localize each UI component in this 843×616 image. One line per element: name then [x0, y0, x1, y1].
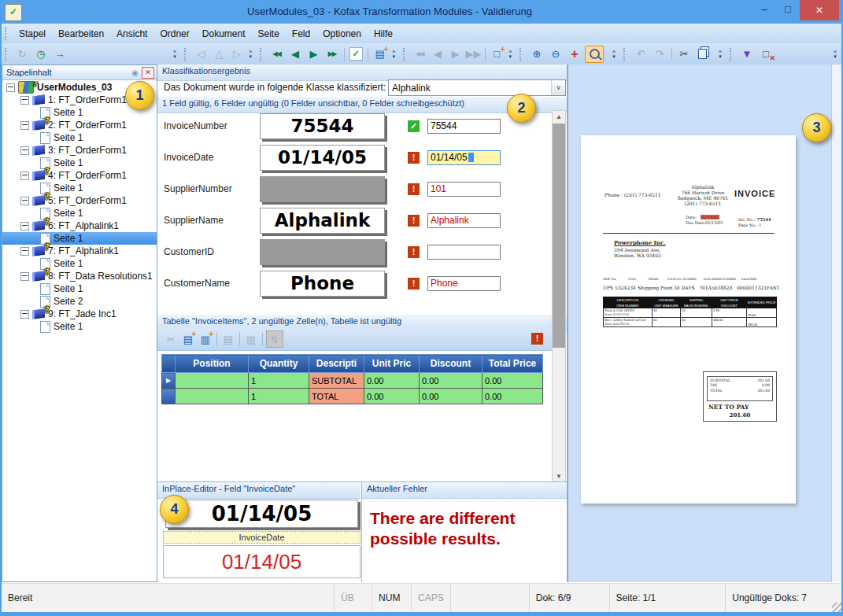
field-input-suppliernumber[interactable]: 101 — [427, 182, 501, 197]
collapse-icon[interactable] — [20, 272, 29, 281]
toolbar-overflow-icon[interactable]: » ▾ — [715, 50, 725, 59]
previous-page-icon[interactable]: ◀ — [430, 46, 446, 62]
cell-description-invalid[interactable]: TOTAL — [309, 389, 364, 404]
document-viewer[interactable]: Phone : (201) 773-6511 Alphalink 766 Har… — [568, 65, 841, 582]
zoom-out-icon[interactable]: ⊖ — [547, 46, 564, 62]
open-batch-icon[interactable]: ↻ — [13, 46, 31, 62]
insert-row-icon[interactable]: ▤+ — [180, 331, 196, 347]
next-page-icon[interactable]: ▶ — [447, 46, 464, 62]
pan-icon[interactable]: + — [566, 46, 583, 62]
cell-totalprice[interactable]: 0.00 — [483, 389, 543, 404]
cell-description-invalid[interactable]: SUBTOTAL — [309, 373, 364, 389]
pin-icon[interactable]: ◉ — [131, 68, 139, 77]
field-input-invoicedate[interactable]: 01/14/05 — [427, 150, 501, 165]
field-input-invoicenumber[interactable]: 75544 — [427, 119, 501, 134]
recalculate-icon[interactable]: ↯ — [266, 330, 283, 348]
cell-discount[interactable]: 0.00 — [420, 373, 483, 389]
row-marker[interactable] — [162, 389, 176, 404]
tree-doc-9[interactable]: ? 9: FT_Jade Inc1 — [2, 308, 157, 320]
menu-ansicht[interactable]: Ansicht — [110, 26, 153, 42]
scrollbar-thumb[interactable] — [553, 124, 565, 348]
class-combobox[interactable]: Alphalink ∨ — [388, 79, 566, 96]
reject-document-icon[interactable]: □✕ — [757, 46, 775, 62]
scroll-up-icon[interactable]: ▲ — [553, 111, 565, 123]
column-header-description[interactable]: Descripti — [309, 355, 364, 373]
previous-folder-icon[interactable]: ◁ — [193, 46, 209, 62]
field-input-customername[interactable]: Phone — [427, 276, 501, 291]
tree-doc-7[interactable]: ? 7: FT_Alphalink1 — [2, 245, 157, 257]
resize-grip[interactable] — [832, 603, 841, 612]
cell-unitprice[interactable]: 0.00 — [364, 389, 420, 404]
toolbar-overflow-icon[interactable]: » ▾ — [389, 50, 398, 59]
tree-page[interactable]: Seite 1 — [2, 207, 157, 219]
minimize-button[interactable]: – — [752, 0, 776, 20]
column-header-quantity[interactable]: Quantity — [249, 355, 309, 373]
magnifier-icon[interactable] — [585, 46, 604, 63]
insert-column-icon[interactable]: ▥+ — [198, 331, 213, 347]
tree-page[interactable]: Seite 2 — [2, 295, 157, 308]
menu-dokument[interactable]: Dokument — [196, 26, 252, 42]
redo-icon[interactable]: ↷ — [651, 46, 668, 62]
tree-doc-5[interactable]: ? 5: FT_OrderForm1 — [2, 194, 157, 207]
tree-page[interactable]: Seite 1 — [2, 157, 157, 169]
cut-icon[interactable]: ✂ — [675, 46, 693, 62]
collapse-icon[interactable] — [20, 146, 29, 155]
tree-doc-4[interactable]: ? 4: FT_OrderForm1 — [2, 169, 157, 182]
collapse-icon[interactable] — [20, 222, 29, 231]
menu-optionen[interactable]: Optionen — [316, 26, 368, 42]
close-batch-icon[interactable]: → — [51, 46, 68, 62]
next-document-icon[interactable]: ▶ — [305, 46, 322, 62]
cell-discount[interactable]: 0.00 — [420, 389, 483, 404]
tree-doc-8[interactable]: ? 8: FT_Data Resolutions1 — [2, 270, 157, 282]
collapse-icon[interactable] — [20, 310, 29, 319]
field-input-suppliername[interactable]: Alphalink — [427, 213, 501, 228]
delete-cells-icon[interactable]: ✂ — [163, 331, 179, 347]
chevron-down-icon[interactable]: ∨ — [551, 80, 565, 95]
cell-position[interactable] — [176, 389, 249, 404]
toolbar-overflow-icon[interactable]: » ▾ — [830, 50, 840, 59]
column-header-totalprice[interactable]: Total Price — [483, 355, 543, 373]
field-input-customerid[interactable] — [427, 245, 501, 260]
tree-page[interactable]: Seite 1 — [2, 320, 157, 333]
menu-hilfe[interactable]: Hilfe — [368, 26, 399, 42]
first-document-icon[interactable]: ◀◀ — [268, 46, 285, 62]
validate-document-icon[interactable]: ✓ — [347, 46, 364, 62]
next-folder-icon[interactable]: ▷ — [229, 46, 246, 62]
zoom-in-icon[interactable]: ⊕ — [528, 46, 545, 62]
menu-bearbeiten[interactable]: Bearbeiten — [52, 26, 110, 42]
collapse-icon[interactable] — [20, 247, 29, 256]
viewer-scrollbar[interactable] — [831, 65, 841, 582]
parent-folder-icon[interactable]: △ — [211, 46, 227, 62]
copy-page-icon[interactable]: □+ — [489, 46, 505, 62]
copy-icon[interactable] — [694, 46, 712, 62]
first-page-icon[interactable]: ◀◀ — [412, 46, 428, 62]
menu-seite[interactable]: Seite — [252, 26, 286, 42]
cell-quantity[interactable]: 1 — [249, 389, 309, 404]
close-button[interactable]: ✕ — [800, 0, 839, 20]
row-marker-current[interactable]: ▶ — [162, 373, 176, 389]
column-header-discount[interactable]: Discount — [420, 355, 483, 373]
split-columns-icon[interactable]: ▥ — [243, 331, 259, 347]
column-header-unitprice[interactable]: Unit Pric — [364, 355, 420, 373]
suspend-batch-icon[interactable]: ◷ — [32, 46, 50, 62]
previous-document-icon[interactable]: ◀ — [287, 46, 303, 62]
cell-totalprice[interactable]: 0.00 — [483, 373, 543, 389]
maximize-button[interactable]: □ — [776, 0, 800, 20]
tree-page[interactable]: Seite 1 — [2, 257, 157, 270]
toolbar-overflow-icon[interactable]: » ▾ — [506, 50, 515, 59]
collapse-icon[interactable] — [20, 197, 29, 205]
last-document-icon[interactable]: ▶▶ — [324, 46, 340, 62]
menu-feld[interactable]: Feld — [286, 26, 316, 42]
tree-page[interactable]: Seite 1 — [2, 131, 157, 144]
tree-doc-6[interactable]: ? 6: FT_Alphalink1 — [2, 219, 157, 232]
new-form-icon[interactable]: ▤+ — [372, 46, 388, 62]
column-header-position[interactable]: Position — [176, 355, 249, 373]
last-page-icon[interactable]: ▶▶ — [465, 46, 482, 62]
undo-icon[interactable]: ↶ — [632, 46, 649, 62]
cell-unitprice[interactable]: 0.00 — [364, 373, 420, 389]
toolbar-overflow-icon[interactable]: » ▾ — [170, 50, 179, 59]
menu-stapel[interactable]: Stapel — [13, 26, 52, 42]
tree-page[interactable]: Seite 1 — [2, 182, 157, 194]
tree-page[interactable]: Seite 1 — [2, 282, 157, 295]
tree-doc-3[interactable]: 3: FT_OrderForm1 — [2, 144, 157, 157]
